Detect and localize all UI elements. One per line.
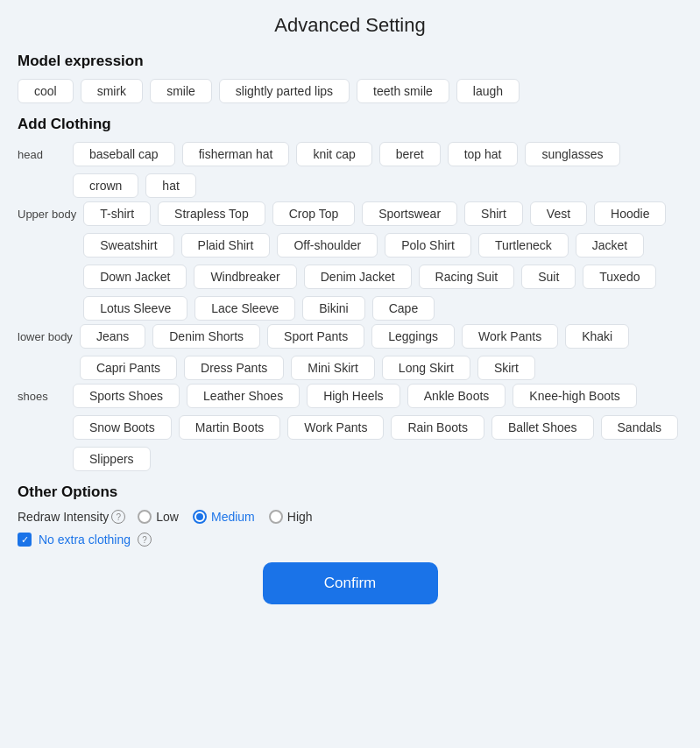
expression-tag[interactable]: cool — [18, 79, 74, 103]
redraw-row: Redraw Intensity ? LowMediumHigh — [18, 510, 682, 524]
clothing-tag[interactable]: Jeans — [80, 324, 145, 349]
clothing-tag[interactable]: Vest — [530, 201, 587, 226]
clothing-tag[interactable]: Slippers — [73, 447, 151, 471]
clothing-tag[interactable]: Leather Shoes — [187, 384, 300, 408]
clothing-tags-wrap: JeansDenim ShortsSport PantsLeggingsWork… — [80, 324, 682, 380]
clothing-tag[interactable]: Lace Sleeve — [194, 296, 295, 321]
clothing-tag[interactable]: Work Pants — [462, 324, 558, 349]
clothing-tag[interactable]: Down Jacket — [83, 265, 187, 289]
clothing-tags-wrap: Sports ShoesLeather ShoesHigh HeelsAnkle… — [73, 384, 682, 471]
clothing-tags-wrap: baseball capfisherman hatknit capberetto… — [73, 142, 682, 198]
clothing-tag[interactable]: Windbreaker — [194, 265, 296, 289]
clothing-tag[interactable]: Skirt — [477, 356, 535, 380]
body-part-label: shoes — [18, 384, 66, 405]
clothing-tag[interactable]: Sportswear — [362, 201, 457, 226]
clothing-tag[interactable]: Hoodie — [594, 201, 666, 226]
clothing-tag[interactable]: beret — [379, 142, 441, 166]
clothing-tag[interactable]: sunglasses — [525, 142, 619, 166]
other-options-section: Other Options Redraw Intensity ? LowMedi… — [18, 483, 682, 547]
clothing-tag[interactable]: Long Skirt — [382, 356, 470, 380]
clothing-tag[interactable]: Jacket — [576, 233, 644, 258]
clothing-tag[interactable]: Racing Suit — [419, 265, 515, 289]
body-part-label: lower body — [18, 324, 73, 345]
clothing-tag[interactable]: Ankle Boots — [407, 384, 506, 408]
clothing-row-head: headbaseball capfisherman hatknit capber… — [18, 142, 682, 198]
clothing-tag[interactable]: Off-shoulder — [277, 233, 378, 258]
clothing-tag[interactable]: Work Pants — [287, 415, 384, 440]
redraw-label: Redraw Intensity ? — [18, 510, 125, 524]
page-title: Advanced Setting — [18, 14, 682, 37]
clothing-tag[interactable]: Tuxedo — [583, 265, 656, 289]
body-part-label: head — [18, 142, 66, 163]
radio-circle — [193, 510, 207, 524]
expression-tag[interactable]: teeth smile — [357, 79, 449, 103]
clothing-tag[interactable]: knit cap — [296, 142, 371, 166]
clothing-tag[interactable]: T-shirt — [83, 201, 151, 226]
clothing-tag[interactable]: Dress Pants — [184, 356, 284, 380]
extra-clothing-help-icon[interactable]: ? — [138, 533, 152, 547]
clothing-tag[interactable]: Ballet Shoes — [491, 415, 594, 440]
clothing-section: Add Clothing headbaseball capfisherman h… — [18, 116, 682, 471]
clothing-tag[interactable]: High Heels — [307, 384, 399, 408]
expression-tag[interactable]: laugh — [456, 79, 520, 103]
clothing-section-title: Add Clothing — [18, 116, 682, 133]
clothing-row-lower-body: lower bodyJeansDenim ShortsSport PantsLe… — [18, 324, 682, 380]
clothing-tag[interactable]: Snow Boots — [73, 415, 172, 440]
expression-tag-row: coolsmirksmileslightly parted lipsteeth … — [18, 79, 682, 103]
clothing-tag[interactable]: top hat — [448, 142, 519, 166]
clothing-tag[interactable]: Lotus Sleeve — [83, 296, 187, 321]
radio-label: Low — [156, 510, 179, 524]
expression-section-title: Model expression — [18, 53, 682, 70]
clothing-tag[interactable]: Plaid Shirt — [181, 233, 271, 258]
clothing-tag[interactable]: Bikini — [302, 296, 364, 321]
radio-circle — [138, 510, 152, 524]
radio-label: Medium — [211, 510, 255, 524]
extra-clothing-row: No extra clothing ? — [18, 533, 682, 547]
clothing-row-Upper-body: Upper bodyT-shirtStrapless TopCrop TopSp… — [18, 201, 682, 321]
clothing-tag[interactable]: Denim Jacket — [304, 265, 412, 289]
clothing-tag[interactable]: Khaki — [565, 324, 629, 349]
clothing-tag[interactable]: Denim Shorts — [152, 324, 260, 349]
confirm-button[interactable]: Confirm — [263, 562, 438, 604]
clothing-tag[interactable]: Knee-high Boots — [513, 384, 637, 408]
clothing-tag[interactable]: baseball cap — [73, 142, 175, 166]
main-container: Advanced Setting Model expression coolsm… — [0, 0, 700, 622]
clothing-tag[interactable]: Sweatshirt — [83, 233, 173, 258]
clothing-tag[interactable]: Capri Pants — [80, 356, 177, 380]
radio-circle — [269, 510, 283, 524]
clothing-tag[interactable]: Leggings — [371, 324, 455, 349]
clothing-tag[interactable]: Martin Boots — [179, 415, 281, 440]
clothing-tag[interactable]: Sandals — [601, 415, 679, 440]
clothing-tag[interactable]: Polo Shirt — [385, 233, 471, 258]
radio-group: LowMediumHigh — [138, 510, 312, 524]
extra-clothing-checkbox[interactable] — [18, 533, 32, 547]
clothing-tag[interactable]: hat — [145, 173, 195, 198]
clothing-tag[interactable]: Rain Boots — [391, 415, 484, 440]
expression-tag[interactable]: slightly parted lips — [219, 79, 350, 103]
clothing-tag[interactable]: Strapless Top — [158, 201, 265, 226]
clothing-tag[interactable]: Crop Top — [272, 201, 356, 226]
radio-item-low[interactable]: Low — [138, 510, 179, 524]
clothing-tag[interactable]: fisherman hat — [182, 142, 290, 166]
clothing-tag[interactable]: Shirt — [464, 201, 523, 226]
redraw-label-text: Redraw Intensity — [18, 510, 109, 524]
clothing-grid: headbaseball capfisherman hatknit capber… — [18, 142, 682, 471]
redraw-help-icon[interactable]: ? — [111, 510, 125, 524]
clothing-row-shoes: shoesSports ShoesLeather ShoesHigh Heels… — [18, 384, 682, 471]
clothing-tag[interactable]: Mini Skirt — [291, 356, 375, 380]
clothing-tag[interactable]: Sports Shoes — [73, 384, 180, 408]
clothing-tag[interactable]: crown — [73, 173, 138, 198]
clothing-tag[interactable]: Cape — [372, 296, 435, 321]
confirm-bar: Confirm — [18, 562, 682, 604]
radio-item-medium[interactable]: Medium — [193, 510, 255, 524]
clothing-tag[interactable]: Turtleneck — [478, 233, 569, 258]
clothing-tag[interactable]: Suit — [521, 265, 576, 289]
clothing-tag[interactable]: Sport Pants — [267, 324, 364, 349]
other-options-title: Other Options — [18, 483, 682, 501]
body-part-label: Upper body — [18, 201, 76, 222]
expression-tag[interactable]: smile — [150, 79, 212, 103]
expression-tag[interactable]: smirk — [81, 79, 143, 103]
radio-item-high[interactable]: High — [269, 510, 313, 524]
extra-clothing-label: No extra clothing — [39, 533, 131, 547]
expression-section: Model expression coolsmirksmileslightly … — [18, 53, 682, 103]
